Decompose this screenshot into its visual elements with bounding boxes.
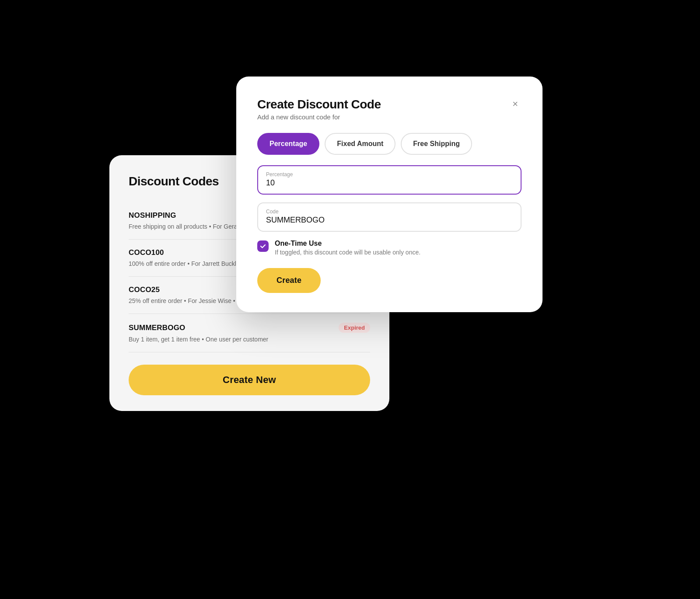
modal-title: Create Discount Code — [257, 98, 381, 111]
one-time-use-text: One-Time Use If toggled, this discount c… — [275, 240, 420, 256]
discount-code-name: NOSHIPPING — [129, 211, 176, 220]
modal-header: Create Discount Code Add a new discount … — [257, 98, 522, 121]
close-button[interactable]: × — [509, 98, 522, 111]
create-button[interactable]: Create — [257, 268, 321, 293]
discount-code-name: COCO25 — [129, 286, 160, 294]
fixed-amount-type-button[interactable]: Fixed Amount — [325, 133, 396, 155]
percentage-type-button[interactable]: Percentage — [257, 133, 319, 155]
discount-code-name: SUMMERBOGO — [129, 324, 186, 332]
code-input-wrapper: Code — [257, 202, 522, 232]
one-time-use-checkbox[interactable] — [257, 240, 269, 252]
type-selector: Percentage Fixed Amount Free Shipping — [257, 133, 522, 155]
list-item: SUMMERBOGO Expired Buy 1 item, get 1 ite… — [129, 314, 370, 352]
one-time-use-title: One-Time Use — [275, 240, 420, 247]
one-time-use-description: If toggled, this discount code will be u… — [275, 249, 420, 256]
code-label: Code — [266, 209, 513, 215]
percentage-input-wrapper: Percentage — [257, 165, 522, 195]
percentage-label: Percentage — [266, 171, 513, 178]
create-discount-modal: Create Discount Code Add a new discount … — [236, 77, 542, 312]
modal-subtitle: Add a new discount code for — [257, 113, 381, 121]
discount-code-desc: 100% off entire order • For Jarrett Buck… — [129, 260, 243, 267]
code-input[interactable] — [266, 216, 513, 225]
expired-badge: Expired — [339, 323, 370, 333]
create-new-button[interactable]: Create New — [129, 365, 370, 395]
discount-code-name: COCO100 — [129, 248, 164, 257]
one-time-use-section: One-Time Use If toggled, this discount c… — [257, 240, 522, 256]
free-shipping-type-button[interactable]: Free Shipping — [401, 133, 472, 155]
discount-code-desc: Buy 1 item, get 1 item free • One user p… — [129, 336, 268, 343]
percentage-input[interactable] — [266, 178, 513, 188]
discount-code-desc: Free shipping on all products • For Gera… — [129, 223, 242, 230]
